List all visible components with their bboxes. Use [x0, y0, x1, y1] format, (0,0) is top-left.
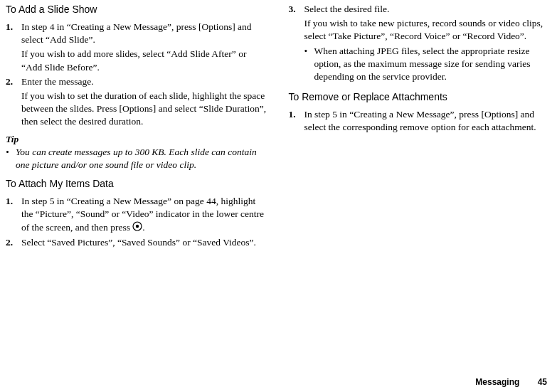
left-column: To Add a Slide Show 1. In step 4 in “Cre…: [6, 1, 269, 249]
bullet-marker: •: [304, 45, 314, 84]
num-marker: 1.: [6, 21, 21, 46]
step-text: Enter the message.: [21, 75, 269, 88]
center-key-icon: [132, 221, 142, 235]
footer-section: Messaging: [475, 377, 519, 387]
heading-attach-items: To Attach My Items Data: [6, 177, 269, 191]
list-item: 1. In step 5 in “Creating a New Message”…: [289, 108, 552, 134]
step-text: In step 5 in “Creating a New Message” on…: [21, 195, 269, 235]
list-item: 1. In step 4 in “Creating a New Message”…: [6, 21, 269, 46]
num-marker: 2.: [6, 236, 21, 249]
step-text: Select “Saved Pictures”, “Saved Sounds” …: [21, 236, 269, 249]
heading-remove-replace: To Remove or Replace Attachments: [289, 90, 552, 104]
step-text: Select the desired file.: [304, 3, 552, 16]
list-item: 2. Select “Saved Pictures”, “Saved Sound…: [6, 236, 269, 249]
step-paragraph: If you wish to set the duration of each …: [21, 90, 269, 129]
list-item: 2. Enter the message.: [6, 75, 269, 88]
num-marker: 2.: [6, 75, 21, 88]
step-paragraph: If you wish to add more slides, select “…: [21, 48, 269, 73]
tip-text: You can create messages up to 300 KB. Ea…: [16, 146, 269, 171]
bullet-item: • When attaching JPEG files, select the …: [304, 45, 552, 84]
num-marker: 1.: [289, 108, 304, 134]
bullet-text: When attaching JPEG files, select the ap…: [314, 45, 552, 84]
page-columns: To Add a Slide Show 1. In step 4 in “Cre…: [0, 0, 557, 249]
step-text: In step 5 in “Creating a New Message”, p…: [304, 108, 552, 134]
svg-point-1: [136, 225, 139, 228]
bullet-marker: •: [6, 146, 16, 171]
tip-item: • You can create messages up to 300 KB. …: [6, 146, 269, 171]
num-marker: 3.: [289, 3, 304, 16]
num-marker: 1.: [6, 195, 21, 235]
step-paragraph: If you wish to take new pictures, record…: [304, 17, 552, 43]
step-text: In step 4 in “Creating a New Message”, p…: [21, 21, 269, 46]
heading-add-slide-show: To Add a Slide Show: [6, 3, 269, 16]
right-column: 3. Select the desired file. If you wish …: [289, 1, 552, 249]
page-footer: Messaging 45: [475, 376, 547, 388]
step-text-after: .: [142, 222, 144, 233]
footer-page-number: 45: [538, 377, 547, 387]
list-item: 1. In step 5 in “Creating a New Message”…: [6, 195, 269, 235]
list-item: 3. Select the desired file.: [289, 3, 552, 16]
tip-label: Tip: [6, 133, 269, 146]
